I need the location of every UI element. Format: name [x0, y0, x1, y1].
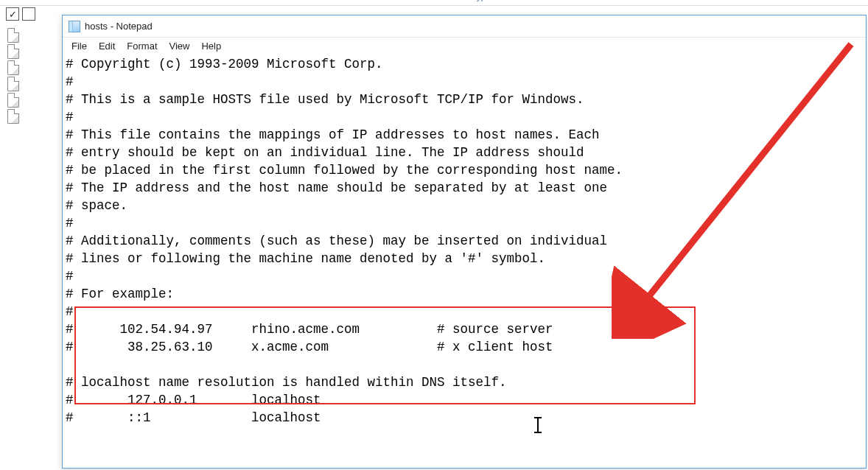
window-titlebar[interactable]: hosts - Notepad — [63, 15, 866, 38]
text-area[interactable]: # Copyright (c) 1993-2009 Microsoft Corp… — [63, 54, 866, 468]
explorer-col-date[interactable]: Date modified — [321, 0, 464, 5]
menu-file[interactable]: File — [66, 39, 93, 53]
explorer-col-name[interactable]: Name — [0, 0, 321, 5]
file-icon[interactable] — [7, 44, 19, 59]
menu-help[interactable]: Help — [195, 39, 227, 53]
notepad-app-icon — [69, 21, 80, 32]
menu-format[interactable]: Format — [121, 39, 163, 53]
explorer-col-size[interactable]: Size — [612, 0, 759, 5]
window-title-text: hosts - Notepad — [85, 21, 153, 32]
menu-view[interactable]: View — [164, 39, 196, 53]
checkbox-empty-icon[interactable] — [22, 7, 35, 21]
explorer-row-checked[interactable]: ✓ — [0, 6, 59, 22]
file-icon[interactable] — [7, 109, 19, 124]
file-icon[interactable] — [7, 93, 19, 108]
explorer-columns-header: Name Date modified Type Size — [0, 0, 868, 6]
explorer-col-type[interactable]: Type — [464, 0, 612, 5]
menu-bar: File Edit Format View Help — [63, 38, 866, 54]
checkbox-checked-icon[interactable]: ✓ — [6, 7, 19, 21]
file-icon[interactable] — [7, 28, 19, 43]
file-icon[interactable] — [7, 77, 19, 91]
menu-edit[interactable]: Edit — [93, 39, 121, 53]
notepad-window: hosts - Notepad File Edit Format View He… — [62, 15, 867, 469]
explorer-items-column: ✓ — [0, 6, 59, 124]
file-icon[interactable] — [7, 60, 19, 75]
